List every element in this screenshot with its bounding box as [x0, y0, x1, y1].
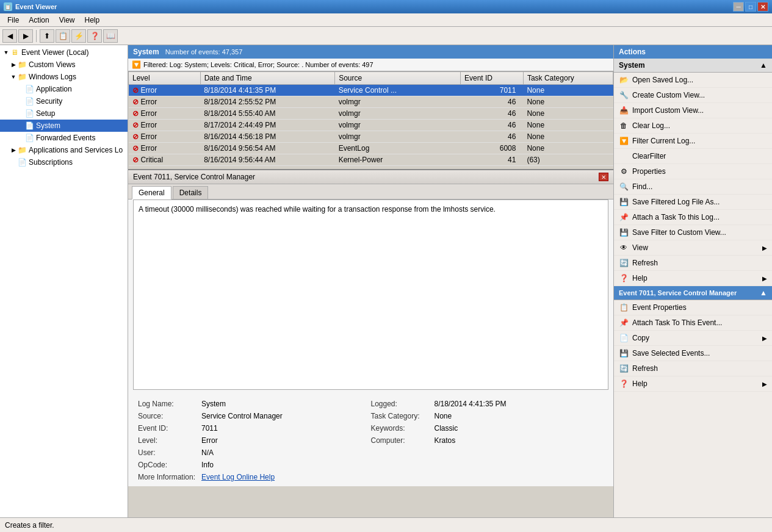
action-label: Create Custom View... [632, 91, 705, 99]
toolbar-action[interactable]: ⚡ [71, 29, 86, 43]
cell-task: None [523, 85, 613, 96]
action-label: ClearFilter [632, 152, 666, 160]
sidebar-item-event-viewer[interactable]: ▼ 🖥 Event Viewer (Local) [0, 46, 128, 59]
system-action-item[interactable]: 🗑 Clear Log... [614, 118, 772, 134]
system-action-item[interactable]: 🔄 Refresh [614, 256, 772, 271]
cell-eventid: 46 [461, 131, 524, 143]
cell-eventid: 46 [461, 108, 524, 120]
system-action-item[interactable]: 🔽 Filter Current Log... [614, 134, 772, 149]
cell-datetime: 8/16/2014 9:56:44 AM [200, 154, 335, 166]
error-icon: ⊘ [132, 98, 139, 106]
cell-source: volmgr [335, 108, 461, 120]
menu-help[interactable]: Help [80, 15, 105, 26]
action-icon: 💾 [619, 228, 629, 237]
maximize-button[interactable]: □ [745, 2, 756, 12]
sidebar-item-system[interactable]: 📄 System [0, 120, 128, 132]
actions-panel: Actions System ▲ 📂 Open Saved Log... 🔧 C… [613, 45, 772, 517]
system-action-item[interactable]: 📂 Open Saved Log... [614, 73, 772, 88]
expand-icon[interactable]: ▼ [2, 49, 10, 56]
system-section-label: System [619, 61, 645, 70]
event-action-item[interactable]: 📋 Event Properties [614, 300, 772, 315]
sidebar-item-application[interactable]: 📄 Application [0, 83, 128, 95]
system-action-item[interactable]: 💾 Save Filter to Custom View... [614, 225, 772, 240]
cell-datetime: 8/18/2014 4:41:35 PM [200, 85, 335, 96]
system-action-item[interactable]: 💾 Save Filtered Log File As... [614, 195, 772, 210]
table-row[interactable]: ⊘Error 8/18/2014 2:55:52 PM volmgr 46 No… [129, 96, 613, 108]
cell-datetime: 8/16/2014 4:56:18 PM [200, 131, 335, 143]
sidebar-item-setup[interactable]: 📄 Setup [0, 107, 128, 120]
expand-icon[interactable]: ▶ [10, 61, 17, 68]
detail-close-button[interactable]: ✕ [599, 173, 608, 181]
table-row[interactable]: ⊘Error 8/18/2014 4:41:35 PM Service Cont… [129, 85, 613, 96]
col-datetime[interactable]: Date and Time [200, 72, 335, 85]
system-action-item[interactable]: ClearFilter [614, 149, 772, 164]
system-action-item[interactable]: ⚙ Properties [614, 164, 772, 179]
sidebar-item-security[interactable]: 📄 Security [0, 95, 128, 107]
cell-datetime: 8/16/2014 9:56:54 AM [200, 143, 335, 154]
event-action-item[interactable]: 💾 Save Selected Events... [614, 346, 772, 361]
toolbar-forward[interactable]: ▶ [18, 29, 33, 43]
system-action-item[interactable]: 🔍 Find... [614, 179, 772, 195]
col-eventid[interactable]: Event ID [461, 72, 524, 85]
menu-action[interactable]: Action [24, 15, 54, 26]
cell-source: Kernel-Power [335, 154, 461, 166]
cell-eventid: 41 [461, 154, 524, 166]
event-action-item[interactable]: 🔄 Refresh [614, 361, 772, 376]
sidebar-item-forwarded-events[interactable]: 📄 Forwarded Events [0, 132, 128, 144]
tab-general[interactable]: General [132, 186, 171, 200]
event-action-item[interactable]: ❓ Help ▶ [614, 376, 772, 392]
filter-icon: 🔽 [132, 60, 141, 69]
menu-view[interactable]: View [54, 15, 80, 26]
sidebar-item-windows-logs[interactable]: ▼ 📁 Windows Logs [0, 71, 128, 83]
col-level[interactable]: Level [129, 72, 201, 85]
toolbar-help[interactable]: ❓ [87, 29, 102, 43]
event-table-wrapper[interactable]: Level Date and Time Source Event ID Task… [128, 71, 613, 169]
expand-icon[interactable]: ▼ [10, 73, 17, 81]
cell-task: None [523, 143, 613, 154]
sidebar-item-app-services[interactable]: ▶ 📁 Applications and Services Lo [0, 144, 128, 156]
user-value: N/A [201, 448, 214, 457]
task-category-value: None [435, 412, 452, 420]
main-layout: ▼ 🖥 Event Viewer (Local) ▶ 📁 Custom View… [0, 45, 772, 517]
system-section-header[interactable]: System ▲ [614, 59, 772, 73]
toolbar-up[interactable]: ⬆ [40, 29, 54, 43]
system-action-item[interactable]: 📥 Import Custom View... [614, 103, 772, 118]
table-row[interactable]: ⊘Critical 8/16/2014 9:56:44 AM Kernel-Po… [129, 154, 613, 166]
col-source[interactable]: Source [335, 72, 461, 85]
sidebar-item-custom-views[interactable]: ▶ 📁 Custom Views [0, 59, 128, 71]
col-taskcategory[interactable]: Task Category [523, 72, 613, 85]
toolbar-back[interactable]: ◀ [2, 29, 17, 43]
event-action-item[interactable]: 📌 Attach Task To This Event... [614, 315, 772, 331]
minimize-button[interactable]: ─ [733, 2, 744, 12]
system-action-item[interactable]: 📌 Attach a Task To this Log... [614, 210, 772, 225]
system-action-item[interactable]: 👁 View ▶ [614, 240, 772, 256]
more-info-link[interactable]: Event Log Online Help [201, 473, 275, 481]
toolbar-book[interactable]: 📖 [103, 29, 118, 43]
sidebar-item-subscriptions[interactable]: 📄 Subscriptions [0, 156, 128, 168]
system-action-item[interactable]: ❓ Help ▶ [614, 271, 772, 286]
close-button[interactable]: ✕ [757, 2, 768, 12]
cell-level: ⊘Error [129, 143, 201, 154]
table-row[interactable]: ⊘Error 8/16/2014 4:56:18 PM volmgr 46 No… [129, 131, 613, 143]
expand-icon[interactable]: ▶ [10, 146, 17, 154]
table-row[interactable]: ⊘Error 8/16/2014 9:56:54 AM EventLog 600… [129, 143, 613, 154]
action-icon: 📌 [619, 318, 629, 328]
event-action-item[interactable]: 📄 Copy ▶ [614, 331, 772, 346]
action-label: Save Filter to Custom View... [632, 228, 726, 237]
computer-value: Kratos [435, 436, 456, 445]
event-section-header[interactable]: Event 7011, Service Control Manager ▲ [614, 286, 772, 300]
cell-level: ⊘Error [129, 96, 201, 108]
action-icon: 💾 [619, 197, 629, 207]
detail-message: A timeout (30000 milliseconds) was reach… [133, 200, 608, 390]
error-icon: ⊘ [132, 144, 139, 153]
detail-title: Event 7011, Service Control Manager [133, 173, 255, 181]
folder-icon: 📁 [17, 72, 27, 82]
toolbar-new[interactable]: 📋 [56, 29, 70, 43]
tab-details[interactable]: Details [173, 186, 209, 199]
system-action-item[interactable]: 🔧 Create Custom View... [614, 88, 772, 103]
table-row[interactable]: ⊘Error 8/17/2014 2:44:49 PM volmgr 46 No… [129, 120, 613, 131]
cell-source: volmgr [335, 131, 461, 143]
spacer [17, 134, 24, 142]
table-row[interactable]: ⊘Error 8/18/2014 5:55:40 AM volmgr 46 No… [129, 108, 613, 120]
menu-file[interactable]: File [2, 15, 24, 26]
